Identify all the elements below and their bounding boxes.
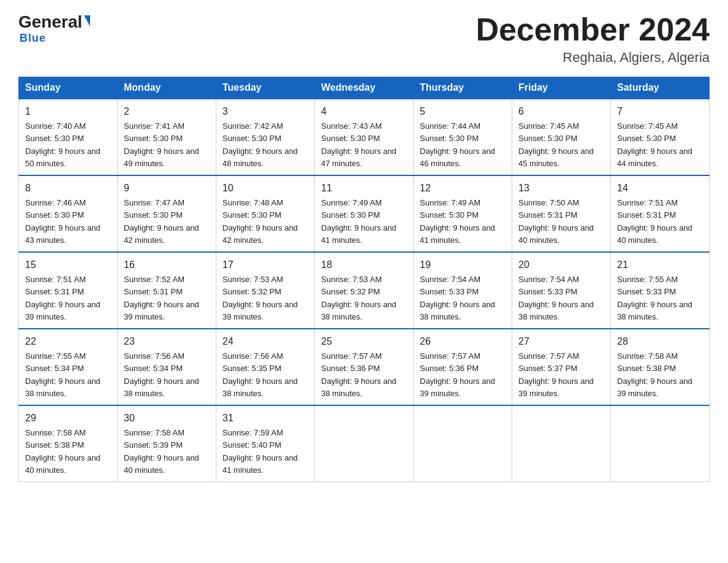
logo-general-text: General bbox=[18, 12, 82, 32]
calendar-cell: 4Sunrise: 7:43 AMSunset: 5:30 PMDaylight… bbox=[315, 99, 414, 175]
day-info: Sunrise: 7:41 AMSunset: 5:30 PMDaylight:… bbox=[124, 121, 199, 168]
week-row-1: 1Sunrise: 7:40 AMSunset: 5:30 PMDaylight… bbox=[19, 99, 710, 175]
calendar-cell: 6Sunrise: 7:45 AMSunset: 5:30 PMDaylight… bbox=[512, 99, 611, 175]
day-number: 30 bbox=[124, 411, 210, 426]
day-info: Sunrise: 7:58 AMSunset: 5:39 PMDaylight:… bbox=[124, 428, 199, 475]
day-info: Sunrise: 7:53 AMSunset: 5:32 PMDaylight:… bbox=[321, 275, 396, 321]
day-number: 15 bbox=[25, 258, 111, 272]
calendar-cell: 19Sunrise: 7:54 AMSunset: 5:33 PMDayligh… bbox=[414, 252, 512, 329]
calendar-title: December 2024 bbox=[476, 12, 710, 47]
day-number: 28 bbox=[617, 334, 703, 349]
calendar-cell bbox=[315, 405, 414, 482]
day-info: Sunrise: 7:45 AMSunset: 5:30 PMDaylight:… bbox=[518, 121, 594, 168]
day-number: 22 bbox=[25, 334, 111, 349]
calendar-cell: 9Sunrise: 7:47 AMSunset: 5:30 PMDaylight… bbox=[118, 175, 216, 252]
calendar-cell: 18Sunrise: 7:53 AMSunset: 5:32 PMDayligh… bbox=[315, 252, 414, 329]
day-info: Sunrise: 7:52 AMSunset: 5:31 PMDaylight:… bbox=[124, 275, 199, 321]
week-row-5: 29Sunrise: 7:58 AMSunset: 5:38 PMDayligh… bbox=[19, 405, 710, 482]
calendar-cell: 17Sunrise: 7:53 AMSunset: 5:32 PMDayligh… bbox=[216, 252, 315, 329]
day-info: Sunrise: 7:53 AMSunset: 5:32 PMDaylight:… bbox=[222, 275, 298, 321]
day-number: 12 bbox=[420, 181, 506, 196]
day-number: 17 bbox=[222, 258, 308, 272]
day-info: Sunrise: 7:50 AMSunset: 5:31 PMDaylight:… bbox=[518, 198, 594, 245]
day-number: 18 bbox=[321, 258, 407, 272]
calendar-cell: 2Sunrise: 7:41 AMSunset: 5:30 PMDaylight… bbox=[118, 99, 216, 175]
day-number: 13 bbox=[518, 181, 604, 196]
day-info: Sunrise: 7:55 AMSunset: 5:34 PMDaylight:… bbox=[25, 351, 100, 398]
day-info: Sunrise: 7:51 AMSunset: 5:31 PMDaylight:… bbox=[25, 275, 100, 321]
page-header: General Blue December 2024 Reghaia, Algi… bbox=[18, 12, 710, 66]
day-number: 7 bbox=[617, 104, 703, 119]
day-info: Sunrise: 7:57 AMSunset: 5:36 PMDaylight:… bbox=[420, 351, 495, 398]
header-thursday: Thursday bbox=[414, 77, 512, 99]
calendar-cell: 30Sunrise: 7:58 AMSunset: 5:39 PMDayligh… bbox=[118, 405, 216, 482]
day-number: 14 bbox=[617, 181, 703, 196]
header-friday: Friday bbox=[512, 77, 611, 99]
day-number: 20 bbox=[518, 258, 604, 272]
header-saturday: Saturday bbox=[611, 77, 710, 99]
day-info: Sunrise: 7:56 AMSunset: 5:35 PMDaylight:… bbox=[222, 351, 298, 398]
header-tuesday: Tuesday bbox=[216, 77, 315, 99]
day-info: Sunrise: 7:40 AMSunset: 5:30 PMDaylight:… bbox=[25, 121, 100, 168]
day-info: Sunrise: 7:45 AMSunset: 5:30 PMDaylight:… bbox=[617, 121, 692, 168]
day-number: 23 bbox=[124, 334, 210, 349]
day-info: Sunrise: 7:58 AMSunset: 5:38 PMDaylight:… bbox=[25, 428, 100, 475]
day-info: Sunrise: 7:47 AMSunset: 5:30 PMDaylight:… bbox=[124, 198, 199, 245]
calendar-cell: 12Sunrise: 7:49 AMSunset: 5:30 PMDayligh… bbox=[414, 175, 512, 252]
logo: General Blue bbox=[18, 12, 90, 45]
calendar-cell bbox=[414, 405, 512, 482]
calendar-cell: 26Sunrise: 7:57 AMSunset: 5:36 PMDayligh… bbox=[414, 329, 512, 405]
calendar-cell: 10Sunrise: 7:48 AMSunset: 5:30 PMDayligh… bbox=[216, 175, 315, 252]
calendar-cell: 3Sunrise: 7:42 AMSunset: 5:30 PMDaylight… bbox=[216, 99, 315, 175]
day-number: 31 bbox=[222, 411, 308, 426]
day-number: 5 bbox=[420, 104, 506, 119]
calendar-cell: 13Sunrise: 7:50 AMSunset: 5:31 PMDayligh… bbox=[512, 175, 611, 252]
calendar-table: SundayMondayTuesdayWednesdayThursdayFrid… bbox=[18, 77, 710, 482]
calendar-cell: 21Sunrise: 7:55 AMSunset: 5:33 PMDayligh… bbox=[611, 252, 710, 329]
logo-triangle-icon bbox=[84, 15, 90, 26]
day-info: Sunrise: 7:59 AMSunset: 5:40 PMDaylight:… bbox=[222, 428, 298, 475]
header-wednesday: Wednesday bbox=[315, 77, 414, 99]
day-info: Sunrise: 7:51 AMSunset: 5:31 PMDaylight:… bbox=[617, 198, 692, 245]
day-info: Sunrise: 7:44 AMSunset: 5:30 PMDaylight:… bbox=[420, 121, 495, 168]
day-info: Sunrise: 7:46 AMSunset: 5:30 PMDaylight:… bbox=[25, 198, 100, 245]
week-row-4: 22Sunrise: 7:55 AMSunset: 5:34 PMDayligh… bbox=[19, 329, 710, 405]
calendar-cell: 7Sunrise: 7:45 AMSunset: 5:30 PMDaylight… bbox=[611, 99, 710, 175]
calendar-cell: 27Sunrise: 7:57 AMSunset: 5:37 PMDayligh… bbox=[512, 329, 611, 405]
calendar-cell: 23Sunrise: 7:56 AMSunset: 5:34 PMDayligh… bbox=[118, 329, 216, 405]
day-number: 24 bbox=[222, 334, 308, 349]
logo-blue-text: Blue bbox=[20, 32, 46, 45]
calendar-cell: 1Sunrise: 7:40 AMSunset: 5:30 PMDaylight… bbox=[19, 99, 118, 175]
day-info: Sunrise: 7:54 AMSunset: 5:33 PMDaylight:… bbox=[420, 275, 495, 321]
day-info: Sunrise: 7:54 AMSunset: 5:33 PMDaylight:… bbox=[518, 275, 594, 321]
calendar-cell: 11Sunrise: 7:49 AMSunset: 5:30 PMDayligh… bbox=[315, 175, 414, 252]
day-number: 2 bbox=[124, 104, 210, 119]
day-info: Sunrise: 7:42 AMSunset: 5:30 PMDaylight:… bbox=[222, 121, 298, 168]
calendar-cell bbox=[611, 405, 710, 482]
day-number: 27 bbox=[518, 334, 604, 349]
week-row-2: 8Sunrise: 7:46 AMSunset: 5:30 PMDaylight… bbox=[19, 175, 710, 252]
day-number: 6 bbox=[518, 104, 604, 119]
title-block: December 2024 Reghaia, Algiers, Algeria bbox=[476, 12, 710, 66]
day-number: 9 bbox=[124, 181, 210, 196]
day-info: Sunrise: 7:56 AMSunset: 5:34 PMDaylight:… bbox=[124, 351, 199, 398]
header-monday: Monday bbox=[118, 77, 216, 99]
calendar-cell: 14Sunrise: 7:51 AMSunset: 5:31 PMDayligh… bbox=[611, 175, 710, 252]
calendar-cell: 24Sunrise: 7:56 AMSunset: 5:35 PMDayligh… bbox=[216, 329, 315, 405]
calendar-header-row: SundayMondayTuesdayWednesdayThursdayFrid… bbox=[19, 77, 710, 99]
day-info: Sunrise: 7:55 AMSunset: 5:33 PMDaylight:… bbox=[617, 275, 692, 321]
day-info: Sunrise: 7:58 AMSunset: 5:38 PMDaylight:… bbox=[617, 351, 692, 398]
calendar-cell bbox=[512, 405, 611, 482]
day-number: 25 bbox=[321, 334, 407, 349]
day-info: Sunrise: 7:43 AMSunset: 5:30 PMDaylight:… bbox=[321, 121, 396, 168]
day-info: Sunrise: 7:49 AMSunset: 5:30 PMDaylight:… bbox=[321, 198, 396, 245]
calendar-cell: 20Sunrise: 7:54 AMSunset: 5:33 PMDayligh… bbox=[512, 252, 611, 329]
day-number: 16 bbox=[124, 258, 210, 272]
calendar-cell: 25Sunrise: 7:57 AMSunset: 5:36 PMDayligh… bbox=[315, 329, 414, 405]
calendar-cell: 15Sunrise: 7:51 AMSunset: 5:31 PMDayligh… bbox=[19, 252, 118, 329]
day-info: Sunrise: 7:57 AMSunset: 5:36 PMDaylight:… bbox=[321, 351, 396, 398]
day-number: 19 bbox=[420, 258, 506, 272]
calendar-cell: 8Sunrise: 7:46 AMSunset: 5:30 PMDaylight… bbox=[19, 175, 118, 252]
header-sunday: Sunday bbox=[19, 77, 118, 99]
calendar-cell: 16Sunrise: 7:52 AMSunset: 5:31 PMDayligh… bbox=[118, 252, 216, 329]
